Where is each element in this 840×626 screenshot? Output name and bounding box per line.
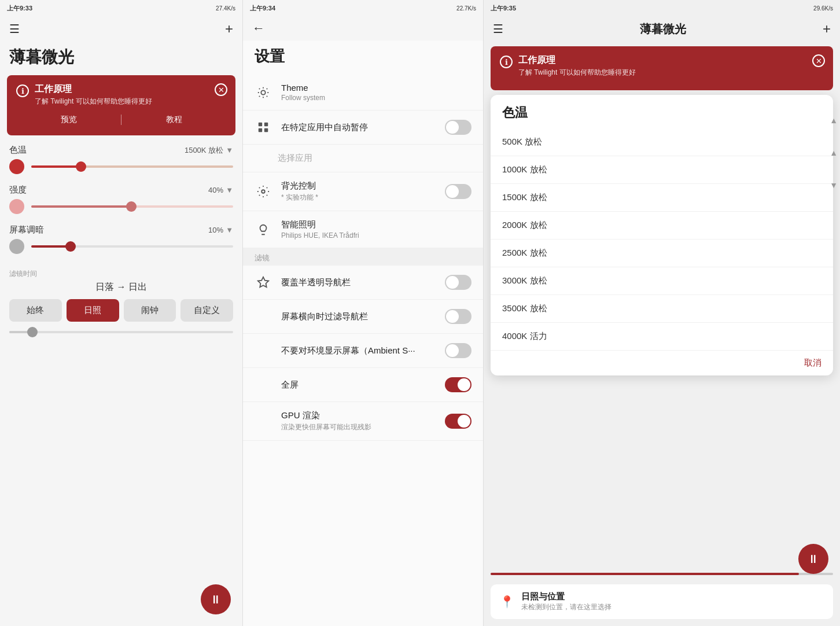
color-temp-thumb[interactable]	[76, 161, 86, 172]
scroll-up-arrow[interactable]: ▲	[830, 116, 838, 125]
color-temp-track-bg[interactable]	[31, 165, 233, 168]
add-icon-1[interactable]: +	[225, 21, 233, 37]
settings-item-gpu[interactable]: GPU 渲染 渲染更快但屏幕可能出现残影	[243, 402, 483, 441]
pause-button-1[interactable]: ⏸	[201, 584, 231, 614]
dim-track-bg[interactable]	[31, 245, 233, 248]
panel-3: 上午9:35 29.6K/s ☰ 薄暮微光 + ℹ 工作原理 了解 Twilig…	[484, 0, 840, 626]
intensity-thumb[interactable]	[126, 201, 137, 212]
banner-title-3: 工作原理	[518, 54, 636, 67]
theme-text: Theme Follow system	[281, 83, 471, 102]
time-btn-always[interactable]: 始终	[9, 299, 62, 322]
fullscreen-title: 全屏	[281, 380, 436, 391]
svg-rect-4	[264, 128, 268, 132]
color-temp-label-row: 色温 1500K 放松 ▼	[9, 145, 233, 156]
ambient-icon	[255, 342, 272, 359]
status-bar-2: 上午9:34 22.7K/s	[243, 0, 483, 16]
dropdown-item-500[interactable]: 500K 放松	[491, 128, 833, 156]
banner-title-1: 工作原理	[35, 83, 152, 95]
tutorial-button[interactable]: 教程	[121, 112, 226, 127]
location-text: 日照与位置 未检测到位置，请在这里选择	[521, 591, 611, 612]
settings-item-smart[interactable]: 智能照明 Philips HUE, IKEA Trådfri	[243, 211, 483, 248]
color-temp-track	[9, 159, 233, 174]
scroll-down-arrow[interactable]: ▼	[830, 181, 838, 190]
dropdown-cancel-button[interactable]: 取消	[491, 351, 833, 375]
dropdown-item-3000[interactable]: 3000K 放松	[491, 267, 833, 295]
dim-thumb[interactable]	[65, 241, 76, 252]
dropdown-item-2000[interactable]: 2000K 放松	[491, 212, 833, 240]
top-bar-1: ☰ +	[0, 16, 242, 42]
settings-item-fullscreen[interactable]: 全屏	[243, 368, 483, 402]
backlight-toggle[interactable]	[445, 184, 471, 199]
red-banner-3: ℹ 工作原理 了解 Twilight 可以如何帮助您睡得更好 ✕	[491, 46, 833, 90]
time-buttons: 始终 日照 闹钟 自定义	[0, 299, 242, 322]
time-3: 上午9:35	[491, 4, 516, 13]
dropdown-item-2500[interactable]: 2500K 放松	[491, 240, 833, 267]
dropdown-item-4000[interactable]: 4000K 活力	[491, 323, 833, 351]
intensity-value: 40% ▼	[208, 186, 233, 194]
intensity-slider-row: 强度 40% ▼	[9, 185, 233, 214]
settings-item-selectapps[interactable]: 选择应用	[243, 145, 483, 172]
time-btn-custom[interactable]: 自定义	[180, 299, 233, 322]
gpu-toggle[interactable]	[445, 414, 471, 429]
theme-subtitle: Follow system	[281, 94, 471, 102]
panel-3-title: 薄暮微光	[640, 21, 686, 37]
smart-title: 智能照明	[281, 219, 471, 230]
time-1: 上午9:33	[7, 4, 32, 13]
location-row[interactable]: 📍 日照与位置 未检测到位置，请在这里选择	[491, 584, 833, 619]
hamburger-icon[interactable]: ☰	[9, 22, 20, 36]
dim-slider-row: 屏幕调暗 10% ▼	[9, 224, 233, 254]
hamburger-icon-3[interactable]: ☰	[493, 22, 503, 36]
settings-item-navbar[interactable]: 覆盖半透明导航栏	[243, 266, 483, 300]
toggle-thumb-6	[458, 378, 470, 391]
fullscreen-toggle[interactable]	[445, 377, 471, 392]
dropdown-item-1500[interactable]: 1500K 放松	[491, 184, 833, 212]
red-banner-1: ℹ 工作原理 了解 Twilight 可以如何帮助您睡得更好 ✕ 预览 教程	[7, 75, 235, 135]
pause-button-3[interactable]: ⏸	[798, 544, 828, 574]
intensity-label-row: 强度 40% ▼	[9, 185, 233, 196]
settings-item-landscape[interactable]: 屏幕横向时过滤导航栏	[243, 300, 483, 334]
settings-item-theme[interactable]: Theme Follow system	[243, 75, 483, 111]
gpu-text: GPU 渲染 渲染更快但屏幕可能出现残影	[281, 410, 436, 432]
time-btn-sunrise[interactable]: 日照	[67, 299, 119, 322]
bottom-slider-fill-p3	[491, 573, 799, 575]
navbar-toggle[interactable]	[445, 275, 471, 290]
landscape-title: 屏幕横向时过滤导航栏	[281, 311, 436, 322]
dim-label: 屏幕调暗	[9, 224, 44, 235]
color-temp-label: 色温	[9, 145, 27, 156]
settings-item-autopause[interactable]: 在特定应用中自动暂停	[243, 111, 483, 145]
backlight-title: 背光控制	[281, 181, 436, 192]
time-2: 上午9:34	[250, 4, 275, 13]
svg-marker-6	[258, 277, 268, 287]
banner-header-3: ℹ 工作原理 了解 Twilight 可以如何帮助您睡得更好	[500, 54, 824, 78]
preview-button[interactable]: 预览	[16, 112, 121, 127]
autopause-toggle[interactable]	[445, 120, 471, 135]
bottom-slider-p3[interactable]	[491, 573, 833, 575]
dropdown-item-3500[interactable]: 3500K 放松	[491, 295, 833, 323]
close-icon-1[interactable]: ✕	[215, 83, 227, 96]
settings-list: Theme Follow system 在特定应用中自动暂停 选择应用	[243, 75, 483, 626]
toggle-thumb-5	[446, 344, 459, 357]
status-bar-1: 上午9:33 27.4K/s	[0, 0, 242, 16]
add-icon-3[interactable]: +	[823, 21, 831, 37]
settings-item-backlight[interactable]: 背光控制 * 实验功能 *	[243, 172, 483, 211]
banner-text-1: 工作原理 了解 Twilight 可以如何帮助您睡得更好	[35, 83, 152, 106]
time-btn-alarm[interactable]: 闹钟	[124, 299, 176, 322]
back-icon[interactable]: ←	[252, 21, 265, 36]
color-temp-value: 1500K 放松 ▼	[185, 145, 233, 156]
smart-text: 智能照明 Philips HUE, IKEA Trådfri	[281, 219, 471, 240]
intensity-label: 强度	[9, 185, 27, 196]
bottom-slider-track[interactable]	[9, 331, 233, 333]
landscape-toggle[interactable]	[445, 309, 471, 324]
intensity-track-bg[interactable]	[31, 205, 233, 208]
scroll-mid-arrow[interactable]: ▲	[830, 148, 838, 157]
navbar-title: 覆盖半透明导航栏	[281, 277, 436, 288]
status-bar-3: 上午9:35 29.6K/s	[484, 0, 840, 16]
banner-text-3: 工作原理 了解 Twilight 可以如何帮助您睡得更好	[518, 54, 636, 78]
dropdown-item-1000[interactable]: 1000K 放松	[491, 156, 833, 184]
ambient-toggle[interactable]	[445, 343, 471, 358]
settings-item-ambient[interactable]: 不要对环境显示屏幕（Ambient S···	[243, 334, 483, 368]
dim-dot	[9, 239, 24, 254]
close-icon-3[interactable]: ✕	[812, 54, 825, 67]
gpu-title: GPU 渲染	[281, 410, 436, 421]
bottom-slider-thumb[interactable]	[27, 327, 38, 337]
